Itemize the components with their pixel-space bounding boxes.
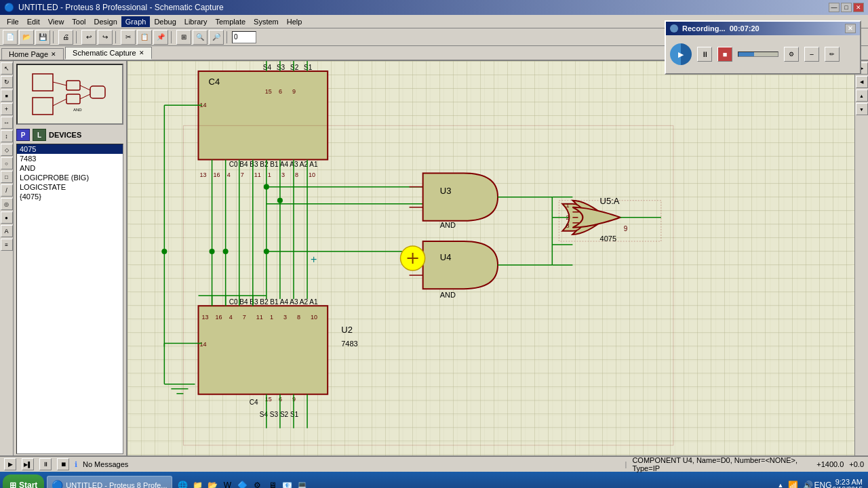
- play-button[interactable]: ▶: [4, 458, 16, 470]
- tool7[interactable]: ◇: [1, 144, 13, 156]
- right-toolbar: ▶ ◀ ▲ ▼: [854, 61, 868, 455]
- menu-item-debug[interactable]: Debug: [150, 16, 180, 27]
- zoom-out-button[interactable]: 🔎: [209, 30, 224, 45]
- zoom-input[interactable]: [232, 31, 256, 43]
- taskbar-ie-icon[interactable]: 🌐: [178, 480, 189, 488]
- menu-item-file[interactable]: File: [3, 16, 23, 27]
- select-tool[interactable]: ↖: [1, 62, 13, 75]
- minimize-button[interactable]: —: [829, 3, 840, 12]
- device-item-5[interactable]: {4075}: [17, 192, 123, 201]
- taskbar-explorer-icon[interactable]: 📂: [208, 480, 218, 488]
- tab-close-button[interactable]: ✕: [139, 49, 144, 56]
- paste-button[interactable]: 📌: [153, 30, 168, 45]
- save-button[interactable]: 💾: [35, 30, 50, 45]
- right-tool2[interactable]: ◀: [856, 76, 868, 88]
- tool6[interactable]: ↕: [1, 130, 13, 142]
- rec-settings-button[interactable]: ⚙: [784, 47, 799, 62]
- separator3: [115, 31, 118, 43]
- svg-line-5: [53, 82, 66, 85]
- device-item-0[interactable]: 4075: [17, 144, 123, 154]
- right-tool4[interactable]: ▼: [856, 103, 868, 115]
- menu-item-tool[interactable]: Tool: [68, 16, 90, 27]
- tab-home-page[interactable]: Home Page✕: [1, 48, 64, 60]
- devices-label: DEVICES: [49, 131, 81, 139]
- stop-button[interactable]: ⏹: [57, 458, 69, 470]
- svg-rect-2: [66, 81, 80, 90]
- copy-button[interactable]: 📋: [137, 30, 152, 45]
- device-item-4[interactable]: LOGICSTATE: [17, 182, 123, 192]
- status-coord1: +1400.0: [816, 460, 844, 468]
- l-button[interactable]: L: [33, 129, 46, 141]
- tool8[interactable]: ○: [1, 157, 13, 169]
- tool5[interactable]: ↔: [1, 117, 13, 129]
- recording-progress: [738, 52, 778, 57]
- menu-item-edit[interactable]: Edit: [23, 16, 44, 27]
- start-button[interactable]: ⊞ Start: [3, 474, 44, 488]
- pause-sim-button[interactable]: ⏸: [39, 458, 52, 470]
- separator5: [226, 31, 229, 43]
- menu-item-design[interactable]: Design: [90, 16, 121, 27]
- svg-text:8: 8: [297, 314, 300, 321]
- taskbar-proteus-app[interactable]: 🔵 UNTITLED - Proteus 8 Profe...: [47, 476, 172, 488]
- right-tool3[interactable]: ▲: [856, 89, 868, 102]
- undo-button[interactable]: ↩: [81, 30, 96, 45]
- tray-volume-icon[interactable]: 🔊: [803, 480, 814, 488]
- rec-minus-button[interactable]: −: [804, 47, 819, 62]
- rotate-tool[interactable]: ↻: [1, 76, 13, 88]
- device-item-2[interactable]: AND: [17, 163, 123, 173]
- schematic-canvas[interactable]: C4 S4 S3 S2 S1 15 6 9 14 C0 B4 B3 B2 B1 …: [127, 61, 854, 455]
- taskbar-word-icon[interactable]: W: [222, 480, 233, 488]
- tool11[interactable]: ◎: [1, 198, 13, 210]
- tool3[interactable]: ■: [1, 89, 13, 102]
- new-button[interactable]: 📄: [3, 30, 18, 45]
- device-item-1[interactable]: 7483: [17, 154, 123, 163]
- grid-button[interactable]: ⊞: [176, 30, 191, 45]
- taskbar-app3-icon[interactable]: ⚙: [252, 480, 263, 488]
- recording-close-button[interactable]: ✕: [845, 24, 856, 33]
- taskbar-app4-icon[interactable]: 🖥: [267, 480, 278, 488]
- menu-item-help[interactable]: Help: [283, 16, 307, 27]
- redo-button[interactable]: ↪: [98, 30, 113, 45]
- rec-icon-circle: [670, 24, 678, 33]
- open-button[interactable]: 📂: [19, 30, 34, 45]
- tab-close-button[interactable]: ✕: [51, 51, 56, 58]
- menu-item-graph[interactable]: Graph: [121, 16, 151, 27]
- close-button[interactable]: ✕: [853, 3, 864, 12]
- taskbar-folder-icon[interactable]: 📁: [193, 480, 203, 488]
- tray-network-icon[interactable]: 📶: [788, 480, 799, 488]
- device-item-3[interactable]: LOGICPROBE (BIG): [17, 173, 123, 182]
- tool4[interactable]: +: [1, 103, 13, 115]
- menu-item-system[interactable]: System: [250, 16, 283, 27]
- tool13[interactable]: A: [1, 225, 13, 237]
- recording-pause-button[interactable]: ⏸: [697, 47, 712, 62]
- taskbar-app2-icon[interactable]: 🔷: [237, 480, 248, 488]
- tab-label: Schematic Capture: [73, 49, 136, 57]
- rec-logo-icon: ▶: [670, 43, 692, 65]
- recording-stop-button[interactable]: ■: [717, 47, 732, 62]
- app-icon: 🔵: [4, 3, 14, 12]
- print-button[interactable]: 🖨: [58, 30, 73, 45]
- main-area: ↖ ↻ ■ + ↔ ↕ ◇ ○ □ / ◎ ● A ≡: [0, 61, 868, 455]
- tool10[interactable]: /: [1, 184, 13, 197]
- tool12[interactable]: ●: [1, 211, 13, 224]
- menu-item-library[interactable]: Library: [180, 16, 212, 27]
- maximize-button[interactable]: □: [841, 3, 852, 12]
- cut-button[interactable]: ✂: [121, 30, 136, 45]
- tool14[interactable]: ≡: [1, 239, 13, 251]
- menu-item-view[interactable]: View: [44, 16, 68, 27]
- svg-text:11: 11: [256, 314, 263, 321]
- tray-expand-icon[interactable]: ▲: [778, 482, 784, 488]
- zoom-in-button[interactable]: 🔍: [193, 30, 208, 45]
- tab-schematic-capture[interactable]: Schematic Capture✕: [65, 47, 152, 60]
- left-panel: AND P L DEVICES 40757483ANDLOGICPROBE (B…: [14, 61, 127, 455]
- menu-item-template[interactable]: Template: [211, 16, 250, 27]
- svg-text:C0 B4 B3 B2 B1 A4 A3 A2 A1: C0 B4 B3 B2 B1 A4 A3 A2 A1: [229, 161, 318, 168]
- step-play-button[interactable]: ▶▌: [22, 458, 34, 470]
- p-button[interactable]: P: [16, 129, 30, 141]
- tool9[interactable]: □: [1, 171, 13, 183]
- window-controls: — □ ✕: [829, 3, 864, 12]
- taskbar: ⊞ Start 🔵 UNTITLED - Proteus 8 Profe... …: [0, 472, 868, 488]
- taskbar-app5-icon[interactable]: 📧: [282, 480, 293, 488]
- taskbar-app6-icon[interactable]: 💻: [297, 480, 308, 488]
- rec-pen-button[interactable]: ✏: [825, 47, 840, 62]
